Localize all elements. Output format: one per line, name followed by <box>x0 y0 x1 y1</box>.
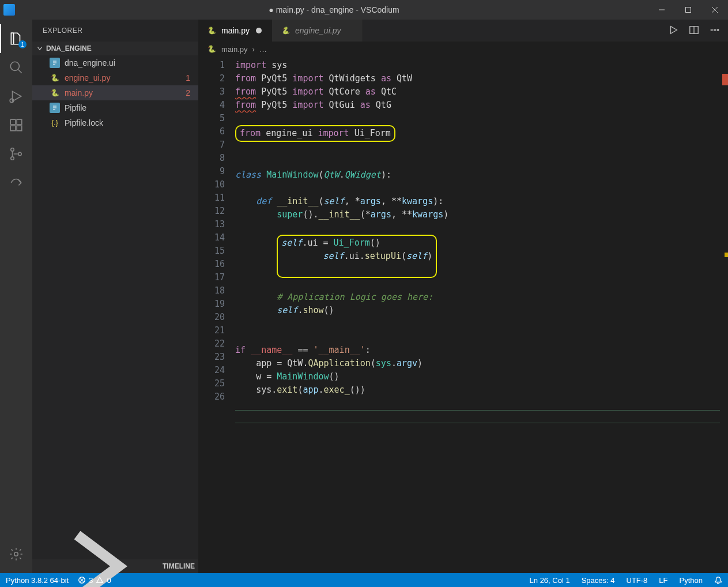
tab-label: engine_ui.py <box>295 26 341 35</box>
file-icon: {.} <box>50 118 60 128</box>
file-name: main.py <box>65 88 93 97</box>
python-icon: 🐍 <box>280 25 291 36</box>
status-encoding[interactable]: UTF-8 <box>627 576 648 585</box>
project-section[interactable]: DNA_ENGINE <box>32 42 198 55</box>
svg-marker-18 <box>671 26 677 33</box>
svg-point-22 <box>714 29 716 31</box>
file-tree: dna_engine.ui🐍engine_ui.py1🐍main.py2Pipf… <box>32 55 198 559</box>
file-name: dna_engine.ui <box>65 58 115 67</box>
file-dna_engine.ui[interactable]: dna_engine.ui <box>32 55 198 70</box>
error-count: 1 <box>186 73 190 82</box>
source-control-icon[interactable] <box>0 140 32 168</box>
file-Pipfile.lock[interactable]: {.}Pipfile.lock <box>32 115 198 130</box>
project-name: DNA_ENGINE <box>46 44 92 52</box>
python-icon: 🐍 <box>206 25 217 36</box>
svg-rect-10 <box>10 126 16 131</box>
more-icon[interactable] <box>710 25 720 37</box>
minimap[interactable] <box>720 57 728 573</box>
svg-rect-1 <box>686 7 691 13</box>
breadcrumb-file: main.py <box>221 45 248 54</box>
file-icon: 🐍 <box>50 73 60 83</box>
debug-icon[interactable] <box>0 82 32 111</box>
status-position[interactable]: Ln 26, Col 1 <box>530 576 570 585</box>
activity-bar: 1 <box>0 20 32 573</box>
notifications-icon[interactable] <box>714 576 722 584</box>
file-name: Pipfile.lock <box>65 118 103 127</box>
breadcrumb-more: … <box>259 45 267 54</box>
status-lang[interactable]: Python <box>680 576 703 585</box>
svg-point-14 <box>18 152 21 155</box>
error-count: 2 <box>186 88 190 97</box>
sidebar-header: EXPLORER <box>32 20 198 42</box>
app-icon <box>3 4 15 16</box>
tab-label: main.py <box>221 26 250 35</box>
tab-bar: 🐍main.py🐍engine_ui.py <box>198 20 728 42</box>
svg-rect-9 <box>17 119 22 125</box>
tab-engine_ui.py[interactable]: 🐍engine_ui.py <box>272 20 363 42</box>
file-icon <box>50 58 60 68</box>
file-icon: 🐍 <box>50 88 60 98</box>
editor: 🐍main.py🐍engine_ui.py 🐍 main.py › … 1234… <box>198 20 728 573</box>
minimize-button[interactable] <box>648 0 675 20</box>
timeline-label: TIMELINE <box>163 562 195 570</box>
svg-point-21 <box>711 29 712 31</box>
svg-point-12 <box>11 148 14 151</box>
svg-line-5 <box>18 69 22 73</box>
extensions-icon[interactable] <box>0 111 32 140</box>
maximize-button[interactable] <box>675 0 701 20</box>
window-title: ● main.py - dna_engine - VSCodium <box>20 5 648 14</box>
chevron-right-icon: › <box>252 45 255 54</box>
status-spaces[interactable]: Spaces: 4 <box>582 576 615 585</box>
search-icon[interactable] <box>0 53 32 82</box>
file-main.py[interactable]: 🐍main.py2 <box>32 85 198 100</box>
line-gutter: 1234567891011121314151617181920212223242… <box>198 57 235 573</box>
tab-main.py[interactable]: 🐍main.py <box>198 20 272 42</box>
titlebar: ● main.py - dna_engine - VSCodium <box>0 0 728 20</box>
dirty-icon[interactable] <box>254 28 263 33</box>
file-name: engine_ui.py <box>65 73 110 82</box>
svg-rect-11 <box>17 126 22 131</box>
status-problems[interactable]: 3 0 <box>78 576 111 585</box>
file-icon <box>50 103 60 113</box>
svg-point-4 <box>10 62 19 70</box>
svg-point-15 <box>14 552 18 556</box>
file-engine_ui.py[interactable]: 🐍engine_ui.py1 <box>32 70 198 85</box>
svg-rect-8 <box>10 119 16 125</box>
close-button[interactable] <box>701 0 728 20</box>
settings-icon[interactable] <box>0 540 32 569</box>
share-icon[interactable] <box>0 168 32 197</box>
run-icon[interactable] <box>668 25 678 37</box>
status-python[interactable]: Python 3.8.2 64-bit <box>6 576 69 585</box>
timeline-section[interactable]: TIMELINE <box>32 559 198 573</box>
breadcrumb[interactable]: 🐍 main.py › … <box>198 42 728 57</box>
code-area[interactable]: import sysfrom PyQt5 import QtWidgets as… <box>235 57 728 573</box>
file-Pipfile[interactable]: Pipfile <box>32 100 198 115</box>
python-icon: 🐍 <box>206 44 217 54</box>
split-icon[interactable] <box>689 25 699 37</box>
explorer-icon[interactable]: 1 <box>0 24 32 53</box>
status-eol[interactable]: LF <box>659 576 667 585</box>
svg-point-23 <box>717 29 719 31</box>
sidebar: EXPLORER DNA_ENGINE dna_engine.ui🐍engine… <box>32 20 198 573</box>
svg-point-13 <box>11 157 14 160</box>
file-name: Pipfile <box>65 103 86 112</box>
explorer-badge: 1 <box>18 40 27 48</box>
